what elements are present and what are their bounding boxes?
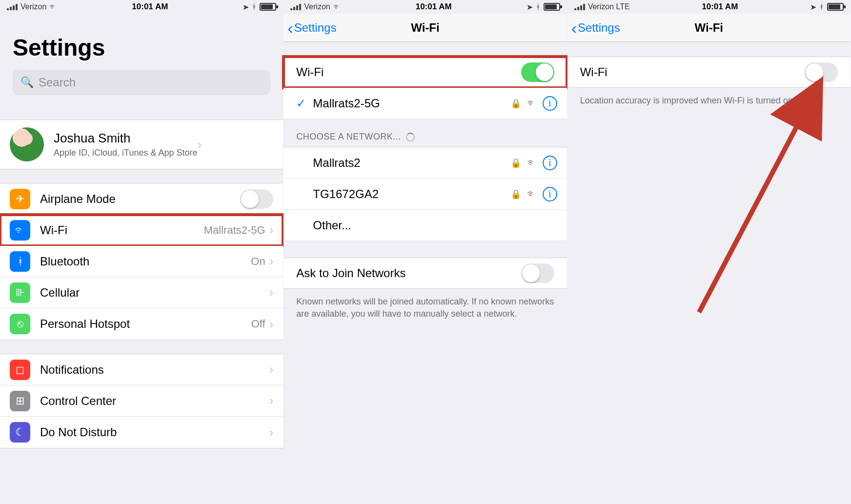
- row-label: Do Not Disturb: [40, 425, 269, 439]
- chevron-right-icon: ›: [269, 254, 274, 269]
- row-label: Notifications: [40, 363, 269, 377]
- settings-row-dnd[interactable]: ☾Do Not Disturb›: [0, 417, 283, 448]
- status-time: 10:01 AM: [416, 2, 452, 12]
- wifi-toggle[interactable]: [805, 62, 838, 82]
- lock-icon: 🔒: [510, 98, 521, 109]
- chevron-right-icon: ›: [269, 285, 274, 300]
- toggle[interactable]: [240, 189, 273, 209]
- settings-row-notif[interactable]: ◻Notifications›: [0, 354, 283, 385]
- bluetooth-icon: ᚼ: [819, 2, 824, 11]
- dnd-icon: ☾: [10, 422, 30, 443]
- page-title: Settings: [0, 14, 283, 70]
- carrier-label: Verizon LTE: [588, 2, 630, 11]
- chevron-right-icon: ›: [269, 362, 274, 377]
- chevron-right-icon: ›: [198, 137, 202, 152]
- other-network-row[interactable]: Other...: [284, 210, 567, 241]
- chevron-left-icon: ‹: [571, 20, 577, 36]
- wifi-strength-icon: ᯤ: [527, 98, 537, 109]
- settings-row-airplane[interactable]: ✈Airplane Mode: [0, 183, 283, 215]
- wifi-toggle-row[interactable]: Wi-Fi: [567, 57, 851, 88]
- spinner-icon: [406, 133, 415, 141]
- wifi-off-note: Location accuracy is improved when Wi-Fi…: [567, 88, 851, 114]
- back-button[interactable]: ‹ Settings: [571, 14, 620, 41]
- ask-join-toggle[interactable]: [521, 263, 554, 283]
- battery-icon: [827, 3, 844, 11]
- profile-row[interactable]: Joshua Smith Apple ID, iCloud, iTunes & …: [0, 120, 283, 169]
- row-label: Cellular: [40, 286, 269, 300]
- row-label: Wi-Fi: [40, 223, 204, 237]
- notif-icon: ◻: [10, 360, 30, 380]
- bluetooth-icon: ᚼ: [536, 2, 541, 11]
- row-label: Bluetooth: [40, 255, 251, 268]
- status-bar: Verizon ᯤ 10:01 AM ➤ ᚼ: [284, 0, 567, 14]
- search-placeholder: Search: [39, 76, 76, 89]
- network-name: Other...: [313, 219, 557, 232]
- battery-icon: [544, 3, 560, 11]
- status-bar: Verizon ᯤ 10:01 AM ➤ ᚼ: [0, 0, 283, 14]
- connected-network-row[interactable]: ✓ Mallrats2-5G 🔒 ᯤ i: [284, 88, 567, 119]
- settings-row-wifi[interactable]: ᯤWi-FiMallrats2-5G›: [0, 215, 283, 246]
- ask-join-label: Ask to Join Networks: [296, 266, 521, 280]
- network-name: TG1672GA2: [313, 187, 510, 201]
- row-label: Control Center: [40, 394, 269, 408]
- settings-row-cc[interactable]: ⊞Control Center›: [0, 385, 283, 417]
- signal-icon: [290, 4, 301, 10]
- battery-icon: [260, 3, 276, 11]
- wifi-icon: ᯤ: [333, 2, 341, 11]
- lock-icon: 🔒: [510, 189, 521, 200]
- nav-title: Wi-Fi: [695, 21, 723, 35]
- row-label: Airplane Mode: [40, 192, 240, 206]
- info-icon[interactable]: i: [543, 187, 557, 202]
- row-label: Personal Hotspot: [40, 317, 251, 331]
- checkmark-icon: ✓: [296, 97, 313, 110]
- cell-icon: ⊪: [10, 282, 30, 303]
- network-row[interactable]: TG1672GA2🔒ᯤi: [284, 179, 567, 210]
- row-detail: Off: [251, 318, 265, 330]
- chevron-right-icon: ›: [269, 222, 274, 238]
- settings-row-bt[interactable]: ᚼBluetoothOn›: [0, 246, 283, 277]
- wifi-strength-icon: ᯤ: [527, 188, 537, 200]
- ask-join-footer: Known networks will be joined automatica…: [284, 289, 567, 327]
- svg-line-0: [699, 81, 821, 312]
- chevron-right-icon: ›: [269, 317, 274, 332]
- bluetooth-icon: ᚼ: [252, 2, 257, 11]
- bt-icon: ᚼ: [10, 251, 30, 272]
- network-name: Mallrats2-5G: [313, 97, 510, 110]
- chevron-right-icon: ›: [269, 425, 274, 440]
- wifi-strength-icon: ᯤ: [527, 157, 537, 168]
- search-input[interactable]: 🔍 Search: [13, 70, 270, 95]
- wifi-toggle-label: Wi-Fi: [296, 65, 521, 79]
- airplane-icon: ✈: [10, 189, 30, 209]
- location-icon: ➤: [527, 2, 533, 12]
- network-list: Mallrats2🔒ᯤiTG1672GA2🔒ᯤiOther...: [284, 147, 567, 241]
- row-detail: Mallrats2-5G: [204, 224, 265, 237]
- ask-join-row[interactable]: Ask to Join Networks: [284, 258, 567, 289]
- cc-icon: ⊞: [10, 391, 30, 411]
- location-icon: ➤: [243, 2, 249, 12]
- settings-row-cell[interactable]: ⊪Cellular›: [0, 277, 283, 308]
- back-label: Settings: [578, 21, 620, 35]
- settings-row-hotspot[interactable]: ⎋Personal HotspotOff›: [0, 308, 283, 340]
- network-name: Mallrats2: [313, 156, 510, 170]
- hotspot-icon: ⎋: [10, 314, 30, 334]
- system-group: ◻Notifications›⊞Control Center›☾Do Not D…: [0, 354, 283, 448]
- signal-icon: [7, 4, 18, 10]
- choose-network-header: CHOOSE A NETWORK...: [284, 119, 567, 147]
- status-time: 10:01 AM: [132, 2, 168, 12]
- screenshot-settings-root: Verizon ᯤ 10:01 AM ➤ ᚼ Settings 🔍 Search…: [0, 0, 284, 504]
- back-button[interactable]: ‹ Settings: [287, 14, 336, 41]
- row-detail: On: [251, 255, 265, 268]
- network-group: ✈Airplane ModeᯤWi-FiMallrats2-5G›ᚼBlueto…: [0, 183, 283, 340]
- profile-subtitle: Apple ID, iCloud, iTunes & App Store: [54, 148, 198, 158]
- wifi-toggle-row[interactable]: Wi-Fi: [284, 57, 567, 88]
- info-icon[interactable]: i: [543, 96, 557, 111]
- wifi-toggle[interactable]: [521, 62, 554, 82]
- chevron-right-icon: ›: [269, 393, 274, 408]
- info-icon[interactable]: i: [543, 156, 557, 170]
- carrier-label: Verizon: [304, 2, 330, 11]
- network-row[interactable]: Mallrats2🔒ᯤi: [284, 147, 567, 179]
- screenshot-wifi-on: Verizon ᯤ 10:01 AM ➤ ᚼ ‹ Settings Wi-Fi …: [284, 0, 567, 504]
- status-bar: Verizon LTE 10:01 AM ➤ ᚼ: [567, 0, 851, 14]
- nav-bar: ‹ Settings Wi-Fi: [284, 14, 567, 42]
- profile-group: Joshua Smith Apple ID, iCloud, iTunes & …: [0, 120, 283, 169]
